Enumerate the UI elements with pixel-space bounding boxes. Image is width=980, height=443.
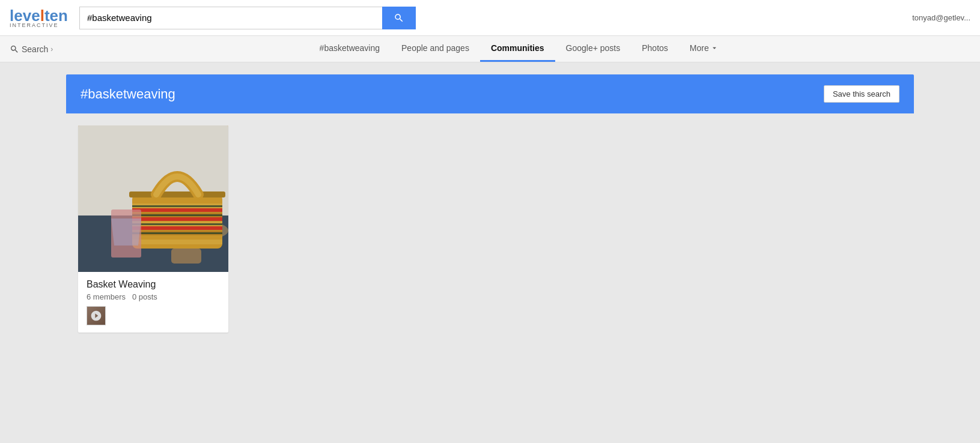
logo-sub: INTERACTIVE [10, 22, 59, 28]
community-image [78, 125, 228, 272]
search-input[interactable] [79, 7, 382, 29]
basket-image-svg [78, 125, 228, 272]
nav-bar: Search › #basketweaving People and pages… [0, 36, 980, 62]
nav-search-text: Search [22, 44, 48, 54]
svg-rect-8 [132, 240, 222, 244]
avatar [87, 306, 106, 325]
tab-more[interactable]: More [679, 36, 729, 62]
avatar-icon [90, 310, 102, 322]
header: levelten INTERACTIVE tonyad@getlev... [0, 0, 980, 36]
user-email: tonyad@getlev... [912, 13, 970, 22]
svg-rect-11 [132, 226, 222, 230]
chevron-down-icon [710, 44, 719, 52]
results-content: Basket Weaving 6 members 0 posts [66, 113, 914, 414]
tab-googleplus[interactable]: Google+ posts [555, 36, 632, 62]
nav-chevron: › [50, 45, 53, 53]
logo: levelten INTERACTIVE [10, 8, 70, 28]
svg-rect-13 [132, 214, 222, 216]
avatar-image [87, 307, 105, 325]
search-small-icon [10, 44, 19, 54]
community-members: 6 members [87, 292, 126, 301]
svg-rect-10 [132, 217, 222, 221]
svg-rect-12 [132, 205, 222, 207]
community-info: Basket Weaving 6 members 0 posts [78, 272, 228, 333]
tab-photos[interactable]: Photos [631, 36, 679, 62]
save-search-button[interactable]: Save this search [824, 85, 899, 103]
search-icon [394, 13, 404, 23]
svg-rect-15 [132, 232, 222, 234]
search-button[interactable] [382, 7, 416, 29]
community-posts: 0 posts [132, 292, 157, 301]
results-title: #basketweaving [81, 86, 175, 102]
nav-tabs: #basketweaving People and pages Communit… [67, 36, 970, 62]
tab-everything[interactable]: #basketweaving [309, 36, 391, 62]
svg-rect-16 [129, 191, 225, 197]
svg-rect-14 [132, 223, 222, 225]
community-card: Basket Weaving 6 members 0 posts [78, 125, 228, 333]
svg-rect-18 [171, 249, 201, 264]
community-name: Basket Weaving [87, 279, 220, 290]
tab-people[interactable]: People and pages [391, 36, 480, 62]
results-header: #basketweaving Save this search [66, 74, 914, 113]
nav-search-label[interactable]: Search › [10, 44, 53, 54]
search-bar [79, 7, 416, 29]
community-meta: 6 members 0 posts [87, 292, 220, 301]
tab-communities[interactable]: Communities [480, 36, 555, 62]
svg-rect-9 [132, 208, 222, 212]
